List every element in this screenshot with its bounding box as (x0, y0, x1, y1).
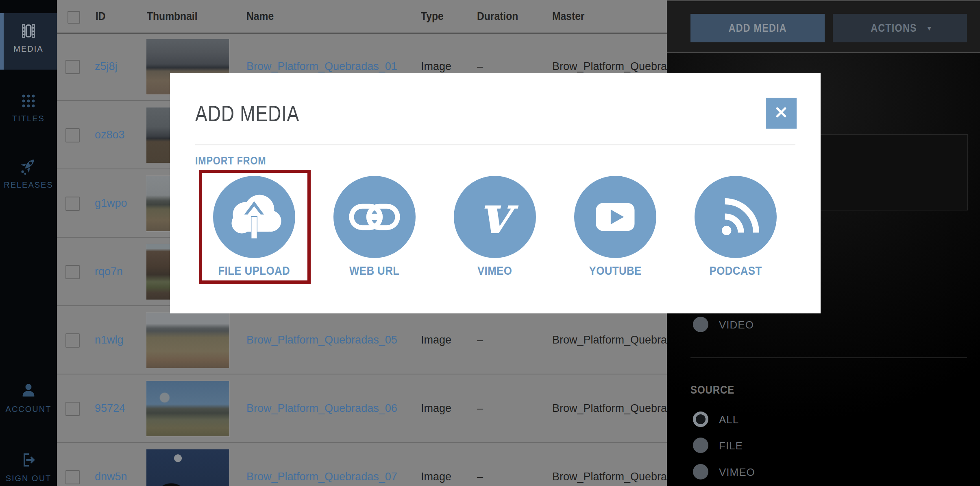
svg-text:v: v (479, 183, 519, 246)
media-type: Image (421, 471, 451, 483)
rss-icon (695, 252, 777, 259)
media-id-link[interactable]: g1wpo (95, 197, 127, 210)
row-checkbox[interactable] (65, 470, 80, 484)
media-master: Brow_Platform_Quebradas_05 (552, 334, 667, 346)
modal-close-button[interactable] (766, 98, 797, 129)
film-icon (0, 22, 57, 41)
media-name-link[interactable]: Brow_Platform_Quebradas_05 (246, 334, 397, 346)
media-master: Brow_Platform_Quebradas_06 (552, 402, 667, 415)
add-media-button[interactable]: ADD MEDIA (690, 14, 825, 42)
media-name-link[interactable]: Brow_Platform_Quebradas_06 (246, 402, 397, 415)
vimeo-option[interactable]: v (454, 176, 536, 258)
row-checkbox[interactable] (65, 333, 80, 348)
media-duration: – (477, 402, 483, 415)
media-name-link[interactable]: Brow_Platform_Quebradas_01 (246, 60, 397, 73)
cloud-upload-icon (213, 252, 295, 259)
media-type: Image (421, 334, 451, 346)
type-radio-label[interactable]: VIDEO (719, 319, 754, 331)
sidebar-item-label: TITLES (0, 114, 57, 123)
sidebar-item-releases[interactable]: RELEASES (0, 157, 57, 190)
modal-divider (195, 144, 795, 145)
youtube-label[interactable]: YOUTUBE (554, 264, 676, 278)
source-radio-vimeo[interactable] (693, 464, 708, 479)
file-upload-label[interactable]: FILE UPLOAD (193, 264, 315, 278)
sign-out-icon (0, 451, 57, 471)
sidebar-item-label: ACCOUNT (0, 405, 57, 414)
caret-down-icon: ▼ (926, 25, 933, 32)
sidebar-item-label: MEDIA (0, 44, 57, 54)
source-radio-label[interactable]: ALL (719, 414, 739, 426)
person-icon (0, 382, 57, 401)
media-name-link[interactable]: Brow_Platform_Quebradas_07 (246, 471, 397, 483)
file-upload-option[interactable] (213, 176, 295, 258)
vimeo-icon: v (454, 252, 536, 259)
media-id-link[interactable]: oz8o3 (95, 129, 125, 141)
media-duration: – (477, 60, 483, 73)
media-type: Image (421, 402, 451, 415)
media-thumbnail[interactable] (146, 381, 230, 437)
column-header-id: ID (96, 10, 107, 23)
sidebar-item-label: SIGN OUT (0, 474, 57, 483)
column-header-type: Type (421, 10, 446, 23)
sidebar-item-titles[interactable]: TITLES (0, 93, 57, 123)
media-id-link[interactable]: z5j8j (95, 60, 118, 73)
column-header-name: Name (246, 10, 277, 23)
source-radio-label[interactable]: FILE (719, 440, 743, 452)
rocket-icon (0, 157, 57, 177)
actions-dropdown-button[interactable]: ACTIONS ▼ (833, 14, 967, 42)
web-url-label[interactable]: WEB URL (314, 264, 436, 278)
type-radio-video[interactable] (693, 317, 708, 332)
select-all-checkbox[interactable] (68, 11, 80, 24)
row-checkbox[interactable] (65, 265, 80, 279)
media-master: Brow_Platform_Quebradas_07 (552, 471, 667, 483)
web-url-option[interactable] (333, 176, 416, 258)
panel-toolbar: ADD MEDIA ACTIONS ▼ (667, 0, 980, 53)
sidebar: MEDIA TITLES RELEASES (0, 0, 57, 486)
column-header-thumbnail: Thumbnail (147, 10, 205, 23)
media-id-link[interactable]: n1wlg (95, 334, 124, 346)
media-id-link[interactable]: 95724 (95, 402, 125, 415)
table-row: n1wlg Brow_Platform_Quebradas_05 Image –… (57, 306, 667, 374)
podcast-option[interactable] (695, 176, 777, 258)
source-heading: SOURCE (690, 383, 742, 396)
media-thumbnail[interactable] (146, 449, 230, 486)
media-master: Brow_Platform_Quebradas_01 (552, 60, 667, 73)
sidebar-item-media[interactable]: MEDIA (0, 22, 57, 54)
sidebar-item-label: RELEASES (0, 180, 57, 190)
row-checkbox[interactable] (65, 402, 80, 416)
podcast-label[interactable]: PODCAST (675, 264, 797, 278)
vimeo-label[interactable]: VIMEO (434, 264, 556, 278)
column-header-master: Master (552, 10, 589, 23)
media-thumbnail[interactable] (146, 312, 230, 368)
column-header-duration: Duration (477, 10, 524, 23)
media-duration: – (477, 334, 483, 346)
media-type: Image (421, 60, 451, 73)
link-icon (333, 252, 416, 259)
source-radio-all[interactable] (693, 412, 708, 427)
table-header: ID Thumbnail Name Type Duration Master (57, 0, 667, 34)
media-duration: – (477, 471, 483, 483)
close-icon (775, 106, 788, 120)
sidebar-item-sign-out[interactable]: SIGN OUT (0, 451, 57, 483)
add-media-modal: ADD MEDIA IMPORT FROM FILE (170, 73, 821, 313)
youtube-option[interactable] (574, 176, 656, 258)
row-checkbox[interactable] (65, 60, 80, 74)
youtube-play-icon (574, 252, 656, 259)
media-id-link[interactable]: rqo7n (95, 265, 123, 278)
import-from-label: IMPORT FROM (195, 155, 278, 167)
media-id-link[interactable]: dnw5n (95, 471, 127, 483)
panel-divider (690, 357, 967, 358)
table-row: 95724 Brow_Platform_Quebradas_06 Image –… (57, 374, 667, 443)
source-radio-label[interactable]: VIMEO (719, 466, 755, 479)
row-checkbox[interactable] (65, 197, 80, 211)
grid-icon (0, 93, 57, 111)
row-checkbox[interactable] (65, 128, 80, 142)
table-row: dnw5n Brow_Platform_Quebradas_07 Image –… (57, 443, 667, 486)
sidebar-item-account[interactable]: ACCOUNT (0, 382, 57, 414)
modal-title: ADD MEDIA (195, 100, 325, 127)
source-radio-file[interactable] (693, 438, 708, 453)
